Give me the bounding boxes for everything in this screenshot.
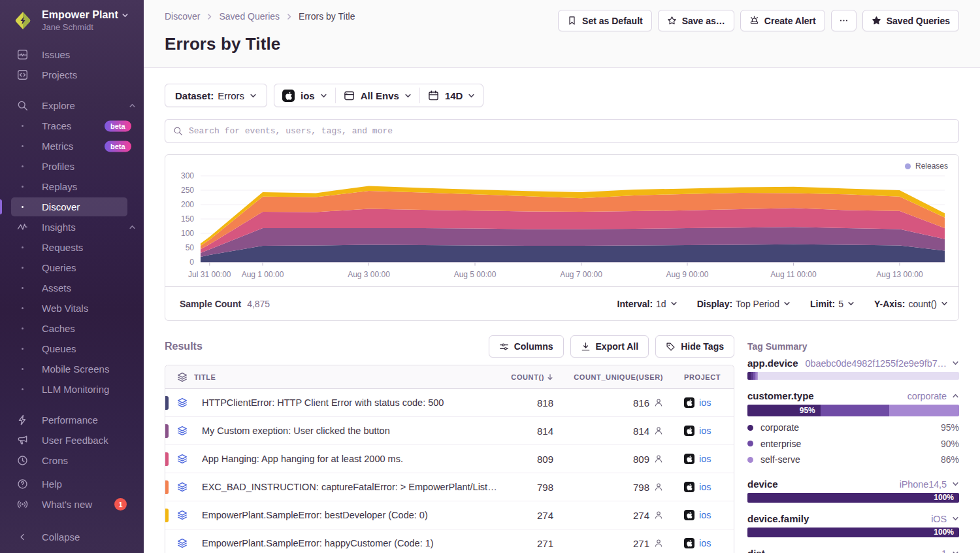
create-alert-button[interactable]: Create Alert [740,10,825,31]
sidebar-item-replays[interactable]: Replays [0,176,144,197]
project-filter-button[interactable]: ios [274,84,335,107]
project-link[interactable]: ios [699,482,711,492]
dataset-filter-button[interactable]: Dataset: Errors [165,84,267,107]
row-title-link[interactable]: EmpowerPlant.SampleError: happyCustomer … [194,538,478,548]
environment-filter-button[interactable]: All Envs [336,84,419,107]
column-header-count[interactable]: COUNT() [478,373,556,381]
breadcrumb-separator-icon [206,13,213,20]
sidebar-item-mobile-screens[interactable]: Mobile Screens [0,359,144,379]
y-axis-control[interactable]: Y-Axis:count() [874,299,948,309]
stack-icon[interactable] [165,397,194,408]
set-as-default-button[interactable]: Set as Default [558,10,652,31]
sidebar-item-help[interactable]: Help [0,474,144,494]
tag-top-value: iOS [924,514,947,524]
sidebar-item-queues[interactable]: Queues [0,339,144,359]
page-header: Discover Saved Queries Errors by Title E… [144,0,980,68]
project-link[interactable]: ios [699,510,711,520]
stack-icon[interactable] [165,454,194,464]
tag-distribution-bar[interactable] [747,372,959,380]
tag-top-value: corporate [901,391,947,401]
sidebar-item-assets[interactable]: Assets [0,278,144,298]
tag-bar-segment [758,372,959,380]
sidebar-collapse-button[interactable]: Collapse [17,527,136,547]
chart-legend[interactable]: Releases [905,161,948,171]
tag-distribution-bar[interactable]: 95% [747,405,959,416]
row-title-link[interactable]: App Hanging: App hanging for at least 20… [194,454,478,464]
row-title-link[interactable]: EXC_BAD_INSTRUCTION: captureFatalError: … [194,482,478,492]
chevron-down-icon [404,92,412,99]
project-link[interactable]: ios [699,538,711,548]
row-title-link[interactable]: EmpowerPlant.SampleError: bestDeveloper … [194,510,478,520]
sidebar-item-traces[interactable]: Tracesbeta [0,116,144,136]
window-icon [344,90,355,101]
org-switcher[interactable]: Empower Plant Jane Schmidt [0,0,144,40]
more-options-button[interactable] [831,10,857,31]
hide-tags-button[interactable]: Hide Tags [655,335,734,358]
svg-text:50: 50 [186,243,195,252]
sidebar-item-user-feedback[interactable]: User Feedback [0,430,144,450]
breadcrumb-saved-queries[interactable]: Saved Queries [219,11,280,22]
sidebar-item-web-vitals[interactable]: Web Vitals [0,298,144,318]
stack-icon[interactable] [165,482,194,492]
search-input[interactable] [165,120,958,142]
row-title-link[interactable]: HTTPClientError: HTTP Client Error with … [194,397,478,408]
project-link[interactable]: ios [699,426,711,436]
help-icon [17,478,28,490]
sample-count-label: Sample Count [180,299,241,309]
tag-value-name[interactable]: corporate [760,422,799,433]
tag-section-header[interactable]: customer.typecorporate [747,390,959,401]
limit-control[interactable]: Limit:5 [810,299,855,309]
chart-controls: Interval:1dDisplay:Top PeriodLimit:5Y-Ax… [617,299,948,309]
sidebar-item-discover[interactable]: Discover [0,197,144,217]
interval-control[interactable]: Interval:1d [617,299,678,309]
column-header-title[interactable]: TITLE [194,373,478,381]
sidebar-item-llm-monitoring[interactable]: LLM Monitoring [0,379,144,399]
project-link[interactable]: ios [699,397,711,408]
tag-section-header[interactable]: deviceiPhone14,5 [747,478,959,490]
saved-queries-button[interactable]: Saved Queries [862,10,959,31]
sidebar-item-queries[interactable]: Queries [0,258,144,278]
tag-section-header[interactable]: dist1 [747,548,959,553]
stack-icon[interactable] [165,426,194,436]
stacked-area-chart[interactable]: 050100150200250300Jul 31 00:00Aug 1 00:0… [165,155,958,287]
row-project: ios [674,538,734,548]
tag-distribution-bar[interactable]: 100% [747,493,959,503]
project-link[interactable]: ios [699,454,711,464]
sidebar-item-insights[interactable]: Insights [0,217,144,237]
sidebar-item-issues[interactable]: Issues [0,44,144,65]
stack-icon[interactable] [165,510,194,520]
tag-distribution-bar[interactable]: 100% [747,528,959,537]
tag-value-name[interactable]: enterprise [760,439,801,449]
sidebar-item-profiles[interactable]: Profiles [0,156,144,176]
sidebar-item-label: Explore [42,100,75,111]
column-header-project[interactable]: PROJECT [674,373,734,381]
performance-icon [17,414,28,426]
tag-value-dot [747,441,753,446]
sidebar-item-caches[interactable]: Caches [0,318,144,339]
save-as-button[interactable]: Save as… [658,10,734,31]
sidebar-item-what-s-new[interactable]: What's new1 [0,494,144,514]
export-all-button[interactable]: Export All [570,335,649,358]
tag-value-name[interactable]: self-serve [760,454,800,465]
display-control[interactable]: Display:Top Period [697,299,791,309]
sidebar-item-metrics[interactable]: Metricsbeta [0,136,144,156]
row-title-link[interactable]: My Custom exeption: User clicked the but… [194,426,478,436]
date-range-filter-button[interactable]: 14D [420,84,483,107]
tag-section-header[interactable]: app.device0baebc0de4982f1255f2e9e9fb7… [747,358,959,369]
stack-icon[interactable] [165,538,194,548]
columns-button[interactable]: Columns [489,335,564,358]
sidebar-item-crons[interactable]: Crons [0,450,144,471]
sidebar-item-requests[interactable]: Requests [0,237,144,258]
column-header-count-unique[interactable]: COUNT_UNIQUE(USER) [556,373,674,381]
dataset-filter-value: Errors [218,90,244,101]
sidebar-item-explore[interactable]: Explore [0,95,144,116]
table-row: EmpowerPlant.SampleError: bestDeveloper … [165,501,734,529]
crons-icon [17,455,28,466]
breadcrumb-discover[interactable]: Discover [165,11,200,22]
chevron-up-icon [129,102,136,109]
row-count-unique: 798 [633,482,649,493]
tag-section-header[interactable]: device.familyiOS [747,513,959,524]
svg-text:Aug 5 00:00: Aug 5 00:00 [454,270,497,279]
sidebar-item-projects[interactable]: Projects [0,65,144,85]
sidebar-item-performance[interactable]: Performance [0,410,144,430]
